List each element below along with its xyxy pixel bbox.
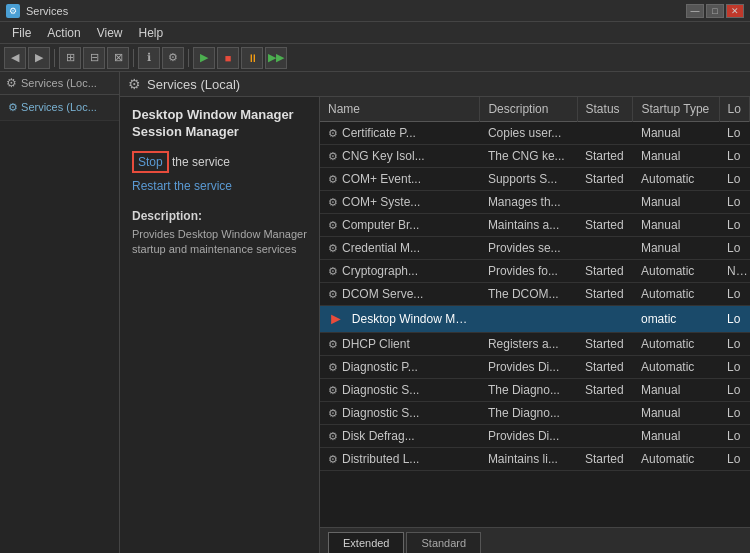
table-row[interactable]: ⚙Disk Defrag...Provides Di...ManualLo [320,425,750,448]
cell-description: The CNG ke... [480,145,577,168]
minimize-button[interactable]: — [686,4,704,18]
title-bar-controls: — □ ✕ [686,4,744,18]
cell-name: ⚙Diagnostic S... [320,379,480,402]
cell-status [577,237,633,260]
cell-description: Provides Di... [480,356,577,379]
cell-startup-type: Automatic [633,168,719,191]
toolbar: ◀ ▶ ⊞ ⊟ ⊠ ℹ ⚙ ▶ ■ ⏸ ▶▶ [0,44,750,72]
table-header-row: Name Description Status Startup Type Lo [320,97,750,122]
stop-suffix: the service [169,155,230,169]
cell-description: The DCOM... [480,283,577,306]
menu-view[interactable]: View [89,24,131,42]
app-icon: ⚙ [6,4,20,18]
cell-name: ⚙Distributed L... [320,448,480,471]
sidebar-item-services[interactable]: ⚙ Services (Loc... [0,95,119,121]
cell-name: ⚙Diagnostic P... [320,356,480,379]
service-name-text: Computer Br... [342,218,419,232]
table-row[interactable]: ⚙Distributed L...Maintains li...StartedA… [320,448,750,471]
col-logon[interactable]: Lo [719,97,749,122]
restart-action-row: Restart the service [132,179,307,193]
cell-startup-type: Automatic [633,283,719,306]
close-button[interactable]: ✕ [726,4,744,18]
service-gear-icon: ⚙ [328,453,338,466]
cell-logon: Lo [719,168,749,191]
table-row[interactable]: ⚙Diagnostic S...The Diagno...StartedManu… [320,379,750,402]
menu-file[interactable]: File [4,24,39,42]
service-gear-icon: ⚙ [328,127,338,140]
cell-status: Started [577,379,633,402]
service-name-text: Distributed L... [342,452,419,466]
cell-startup-type: Manual [633,191,719,214]
toolbar-forward[interactable]: ▶ [28,47,50,69]
table-row[interactable]: ⚙COM+ Event...Supports S...StartedAutoma… [320,168,750,191]
cell-description: Copies user... [480,122,577,145]
table-row[interactable]: ⚙CNG Key Isol...The CNG ke...StartedManu… [320,145,750,168]
main-content: ⚙ Services (Loc... ⚙ Services (Loc... ⚙ … [0,72,750,553]
table-row[interactable]: ⚙Diagnostic P...Provides Di...StartedAut… [320,356,750,379]
service-name-cell: ⚙Computer Br... [328,218,472,232]
table-row[interactable]: ⚙DCOM Serve...The DCOM...StartedAutomati… [320,283,750,306]
cell-status: Started [577,448,633,471]
description-text: Provides Desktop Window Manager startup … [132,227,307,258]
service-name-text: Certificate P... [342,126,416,140]
cell-startup-type: Automatic [633,333,719,356]
table-row[interactable]: ⚙DHCP ClientRegisters a...StartedAutomat… [320,333,750,356]
service-gear-icon: ⚙ [328,150,338,163]
stop-link[interactable]: Stop [138,155,163,169]
toolbar-sep-1 [54,49,55,67]
service-title: Desktop Window Manager Session Manager [120,97,319,147]
cell-status: Started [577,333,633,356]
toolbar-view2[interactable]: ⊟ [83,47,105,69]
service-gear-icon: ⚙ [328,288,338,301]
cell-logon: Lo [719,145,749,168]
cell-logon: Lo [719,306,749,333]
cell-logon: Ne [719,260,749,283]
maximize-button[interactable]: □ [706,4,724,18]
service-gear-icon: ⚙ [328,338,338,351]
service-name-text: COM+ Event... [342,172,421,186]
restart-link[interactable]: Restart the service [132,179,232,193]
col-status[interactable]: Status [577,97,633,122]
toolbar-view3[interactable]: ⊠ [107,47,129,69]
cell-name: ⚙COM+ Syste... [320,191,480,214]
table-row[interactable]: ►Desktop Window Manager Session Managero… [320,306,750,333]
col-name[interactable]: Name [320,97,480,122]
cell-startup-type: Manual [633,214,719,237]
menu-action[interactable]: Action [39,24,88,42]
col-startup[interactable]: Startup Type [633,97,719,122]
table-row[interactable]: ⚙Diagnostic S...The Diagno...ManualLo [320,402,750,425]
toolbar-restart[interactable]: ▶▶ [265,47,287,69]
service-name-cell: ⚙Diagnostic S... [328,383,472,397]
toolbar-view1[interactable]: ⊞ [59,47,81,69]
service-name-cell: ⚙Diagnostic P... [328,360,472,374]
toolbar-settings[interactable]: ⚙ [162,47,184,69]
menu-help[interactable]: Help [131,24,172,42]
tab-standard[interactable]: Standard [406,532,481,553]
table-row[interactable]: ⚙Certificate P...Copies user...ManualLo [320,122,750,145]
toolbar-info[interactable]: ℹ [138,47,160,69]
toolbar-stop[interactable]: ■ [217,47,239,69]
table-row[interactable]: ⚙Computer Br...Maintains a...StartedManu… [320,214,750,237]
toolbar-pause[interactable]: ⏸ [241,47,263,69]
sidebar-header-label: Services (Loc... [21,77,97,89]
service-name-cell: ►Desktop Window Manager Session Manager [328,310,472,328]
cell-name: ⚙DCOM Serve... [320,283,480,306]
table-row[interactable]: ⚙COM+ Syste...Manages th...ManualLo [320,191,750,214]
cell-status [577,425,633,448]
menu-bar: File Action View Help [0,22,750,44]
service-gear-icon: ⚙ [328,242,338,255]
cell-name: ⚙Cryptograph... [320,260,480,283]
cell-description: Manages th... [480,191,577,214]
table-row[interactable]: ⚙Credential M...Provides se...ManualLo [320,237,750,260]
col-description[interactable]: Description [480,97,577,122]
description-section: Description: Provides Desktop Window Man… [120,197,319,266]
toolbar-play[interactable]: ▶ [193,47,215,69]
cell-startup-type: Manual [633,237,719,260]
cell-name: ⚙COM+ Event... [320,168,480,191]
table-row[interactable]: ⚙Cryptograph...Provides fo...StartedAuto… [320,260,750,283]
table-container[interactable]: Name Description Status Startup Type Lo … [320,97,750,527]
toolbar-sep-3 [188,49,189,67]
toolbar-back[interactable]: ◀ [4,47,26,69]
cell-status [577,122,633,145]
tab-extended[interactable]: Extended [328,532,404,553]
